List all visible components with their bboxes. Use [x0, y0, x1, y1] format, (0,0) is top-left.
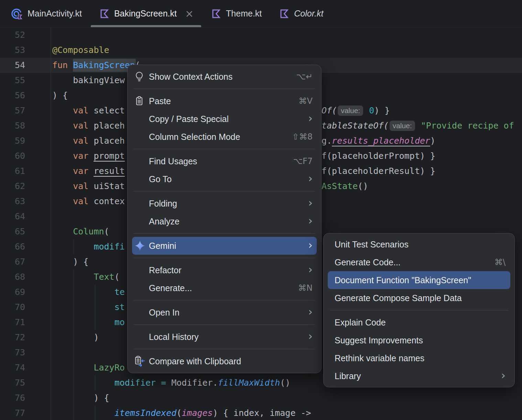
- tab-label: MainActivity.kt: [28, 9, 82, 19]
- menu-item-gemini[interactable]: Gemini›: [132, 237, 317, 255]
- submenu-chevron-icon: ›: [308, 197, 313, 208]
- menu-item-explain-code[interactable]: Explain Code: [328, 313, 510, 331]
- tab-mainactivity-kt[interactable]: MainActivity.kt: [2, 0, 90, 27]
- code-token: val: [73, 106, 94, 115]
- menu-item-generate[interactable]: Generate...⌘N: [132, 279, 317, 297]
- gutter-line-number[interactable]: 60: [0, 148, 25, 164]
- menu-separator: [134, 300, 315, 300]
- gutter-line-number[interactable]: 66: [0, 239, 25, 254]
- code-line[interactable]: 52: [0, 27, 522, 43]
- code-token: Column: [73, 226, 104, 236]
- kotlin-icon: [98, 8, 110, 20]
- menu-item-library[interactable]: Library›: [328, 367, 510, 385]
- menu-item-suggest-improvements[interactable]: Suggest Improvements: [328, 331, 510, 349]
- submenu-chevron-icon: ›: [308, 331, 313, 342]
- gutter-line-number[interactable]: 59: [0, 133, 25, 148]
- gutter-line-number[interactable]: 71: [0, 315, 25, 330]
- gutter-line-number[interactable]: 76: [0, 390, 25, 406]
- gutter-line-number[interactable]: 57: [0, 103, 25, 118]
- code-text-right-fragment: Of(value: 0) }: [322, 103, 390, 118]
- code-token: ) {: [52, 257, 88, 267]
- code-text: ): [52, 330, 99, 345]
- gutter-line-number[interactable]: 72: [0, 330, 25, 345]
- code-text: LazyRo: [52, 360, 125, 375]
- close-tab-icon[interactable]: ×: [185, 9, 194, 19]
- menu-item-generate-compose-sample-data[interactable]: Generate Compose Sample Data: [328, 289, 510, 307]
- gutter-line-number[interactable]: 75: [0, 375, 25, 390]
- menu-item-open-in[interactable]: Open In›: [132, 303, 317, 321]
- code-text: modifier = Modifier.fillMaxWidth(): [52, 375, 290, 390]
- gutter-line-number[interactable]: 54: [0, 58, 25, 73]
- gutter-line-number[interactable]: 77: [0, 406, 25, 420]
- code-line[interactable]: 77 itemsIndexed(images) { index, image -…: [0, 406, 522, 420]
- parameter-name-inlay-hint: value:: [338, 106, 363, 116]
- menu-item-document-function-bakingscreen[interactable]: Document Function "BakingScreen": [328, 271, 510, 289]
- code-token: val: [73, 196, 94, 206]
- tab-color-kt[interactable]: Color.kt: [270, 0, 331, 27]
- gutter-line-number[interactable]: 73: [0, 345, 25, 360]
- code-line[interactable]: 76 ) {: [0, 390, 522, 406]
- gutter-line-number[interactable]: 64: [0, 209, 25, 224]
- code-token: f(placeholderResult) }: [322, 166, 435, 176]
- code-text: var prompt: [52, 148, 125, 164]
- menu-item-label: Show Context Actions: [149, 72, 286, 82]
- menu-item-column-selection-mode[interactable]: Column Selection Mode⇧⌘8: [132, 128, 317, 146]
- gutter-line-number[interactable]: 69: [0, 285, 25, 300]
- code-token: (): [358, 181, 368, 191]
- menu-item-label: Column Selection Mode: [149, 132, 282, 142]
- gutter-line-number[interactable]: 56: [0, 88, 25, 103]
- menu-item-folding[interactable]: Folding›: [132, 195, 317, 212]
- menu-item-generate-code[interactable]: Generate Code...⌘\: [328, 253, 510, 271]
- menu-item-unit-test-scenarios[interactable]: Unit Test Scenarios: [328, 235, 510, 253]
- code-token: "Provide recipe of: [421, 121, 514, 131]
- menu-item-show-context-actions[interactable]: Show Context Actions⌥↵: [132, 68, 317, 86]
- code-text: Text(: [52, 269, 120, 285]
- gutter-line-number[interactable]: 55: [0, 73, 25, 88]
- gutter-line-number[interactable]: 68: [0, 269, 25, 285]
- code-token: ): [430, 136, 435, 146]
- menu-item-rethink-variable-names[interactable]: Rethink variable names: [328, 349, 510, 367]
- gutter-line-number[interactable]: 58: [0, 118, 25, 133]
- gutter-line-number[interactable]: 63: [0, 194, 25, 209]
- menu-item-analyze[interactable]: Analyze›: [132, 212, 317, 230]
- tab-theme-kt[interactable]: Theme.kt: [202, 0, 270, 27]
- gutter-line-number[interactable]: 61: [0, 164, 25, 179]
- gutter-line-number[interactable]: 70: [0, 300, 25, 315]
- menu-item-local-history[interactable]: Local History›: [132, 328, 317, 346]
- menu-item-label: Folding: [149, 199, 298, 209]
- code-token: fun: [52, 60, 73, 70]
- code-token: result: [94, 166, 124, 177]
- code-token: [52, 408, 115, 418]
- gutter-line-number[interactable]: 52: [0, 27, 25, 43]
- code-token: [364, 106, 369, 115]
- ide-window: MainActivity.ktBakingScreen.kt×Theme.ktC…: [0, 0, 522, 420]
- code-token: [52, 287, 115, 297]
- code-token: [52, 317, 115, 327]
- code-text-right-fragment: f(placeholderPrompt) }: [322, 148, 435, 164]
- menu-item-refactor[interactable]: Refactor›: [132, 261, 317, 279]
- code-line[interactable]: 53@Composable: [0, 43, 522, 58]
- menu-item-find-usages[interactable]: Find Usages⌥F7: [132, 152, 317, 170]
- menu-item-label: Generate Compose Sample Data: [335, 293, 505, 303]
- code-token: val: [73, 181, 94, 191]
- code-text: bakingView: [52, 73, 125, 88]
- compare-clipboard-icon: [134, 355, 149, 367]
- code-token: [52, 196, 73, 206]
- menu-item-copy-paste-special[interactable]: Copy / Paste Special›: [132, 110, 317, 128]
- menu-item-paste[interactable]: Paste⌘V: [132, 92, 317, 110]
- gutter-line-number[interactable]: 53: [0, 43, 25, 58]
- gutter-line-number[interactable]: 62: [0, 179, 25, 194]
- tab-bakingscreen-kt[interactable]: BakingScreen.kt×: [90, 0, 202, 27]
- code-token: images: [182, 408, 213, 418]
- menu-separator: [134, 324, 315, 325]
- menu-item-label: Generate Code...: [335, 257, 484, 267]
- menu-item-go-to[interactable]: Go To›: [132, 170, 317, 188]
- gutter-line-number[interactable]: 65: [0, 224, 25, 239]
- tab-label: Color.kt: [294, 9, 323, 19]
- gutter-line-number[interactable]: 67: [0, 254, 25, 269]
- parameter-name-inlay-hint: value:: [390, 121, 415, 131]
- code-token: [52, 378, 115, 388]
- gutter-line-number[interactable]: 74: [0, 360, 25, 375]
- menu-item-compare-with-clipboard[interactable]: Compare with Clipboard: [132, 352, 317, 370]
- code-token: [52, 106, 73, 115]
